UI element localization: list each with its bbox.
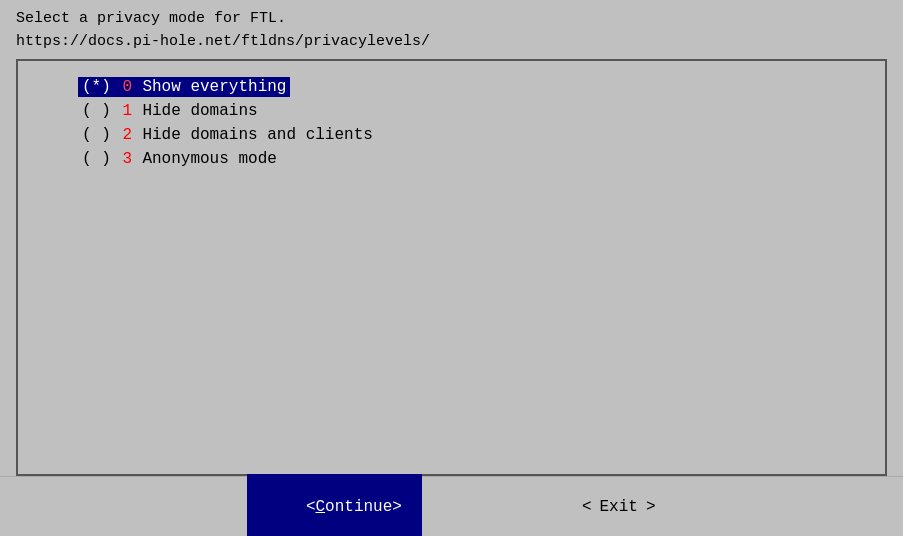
radio-bracket-0: (*): [82, 78, 120, 96]
option-3[interactable]: ( ) 3 Anonymous mode: [78, 149, 281, 169]
bottom-bar: <Continue> < Exit >: [0, 476, 903, 536]
option-number-2: 2: [122, 126, 134, 144]
header-section: Select a privacy mode for FTL. https://d…: [0, 0, 903, 59]
dialog-box: (*) 0 Show everything ( ) 1 Hide domains…: [16, 59, 887, 476]
radio-bracket-2: ( ): [82, 126, 120, 144]
exit-next-arrow: >: [646, 498, 656, 516]
option-label-0: Show everything: [142, 78, 286, 96]
exit-label: Exit: [600, 498, 638, 516]
radio-bracket-1: ( ): [82, 102, 120, 120]
option-number-3: 3: [122, 150, 134, 168]
exit-prev-arrow: <: [582, 498, 592, 516]
main-area: (*) 0 Show everything ( ) 1 Hide domains…: [0, 59, 903, 476]
option-label-3: Anonymous mode: [142, 150, 276, 168]
header-line1: Select a privacy mode for FTL.: [16, 8, 887, 31]
header-line2: https://docs.pi-hole.net/ftldns/privacyl…: [16, 31, 887, 54]
option-label-2: Hide domains and clients: [142, 126, 372, 144]
option-1[interactable]: ( ) 1 Hide domains: [78, 101, 262, 121]
exit-button[interactable]: < Exit >: [582, 498, 656, 516]
radio-bracket-3: ( ): [82, 150, 120, 168]
option-number-1: 1: [122, 102, 134, 120]
option-2[interactable]: ( ) 2 Hide domains and clients: [78, 125, 377, 145]
option-0[interactable]: (*) 0 Show everything: [78, 77, 290, 97]
option-label-1: Hide domains: [142, 102, 257, 120]
continue-button[interactable]: <Continue>: [247, 474, 421, 537]
option-number-0: 0: [122, 78, 134, 96]
